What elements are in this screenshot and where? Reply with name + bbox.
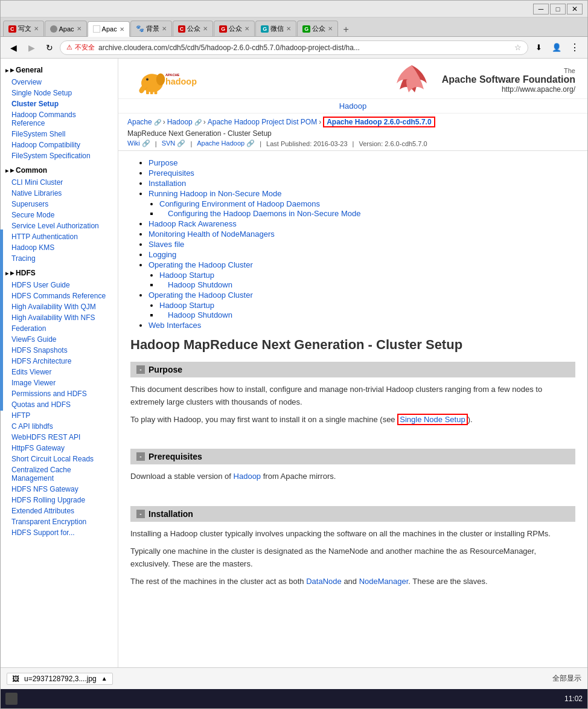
sidebar-item-hftp[interactable]: HFTP [1, 410, 118, 421]
hadoop-nav-link[interactable]: Hadoop [339, 101, 367, 111]
sidebar-item-nfs-gateway[interactable]: HDFS NFS Gateway [1, 484, 118, 495]
sidebar-item-overview[interactable]: Overview [1, 77, 118, 88]
hadoop-download-link[interactable]: Hadoop [234, 472, 261, 481]
purpose-toggle[interactable]: - [136, 365, 145, 374]
breadcrumb-svn[interactable]: SVN 🔗 [162, 140, 186, 147]
taskbar-start[interactable] [5, 693, 18, 705]
sidebar-item-hadoop-kms[interactable]: Hadoop KMS [1, 242, 118, 253]
close-button[interactable]: ✕ [567, 4, 583, 14]
tab-4-close[interactable]: ✕ [162, 25, 167, 32]
tab-2[interactable]: Apac ✕ [45, 21, 87, 36]
sidebar-item-hadoop-compat[interactable]: Hadoop Compatibility [1, 140, 118, 150]
back-button[interactable]: ◀ [5, 40, 21, 56]
sidebar-item-filesystem-spec[interactable]: FileSystem Specification [1, 150, 118, 161]
breadcrumb-wiki[interactable]: Wiki 🔗 [127, 140, 150, 147]
toc-web-interfaces[interactable]: Web Interfaces [149, 321, 201, 330]
tab-5-close[interactable]: ✕ [203, 25, 208, 32]
show-all-button[interactable]: 全部显示 [552, 673, 581, 684]
sidebar-item-httpfs[interactable]: HttpFS Gateway [1, 443, 118, 454]
installation-toggle[interactable]: - [136, 510, 145, 518]
sidebar-item-federation[interactable]: Federation [1, 323, 118, 334]
sidebar-item-http-auth[interactable]: HTTP Authentication [1, 231, 118, 242]
sidebar-item-superusers[interactable]: Superusers [1, 199, 118, 210]
new-tab-button[interactable]: + [339, 23, 353, 36]
download-item[interactable]: 🖼 u=2937128792,3....jpg ▲ [7, 673, 113, 685]
maximize-button[interactable]: □ [550, 4, 566, 14]
sidebar-item-transparent-enc[interactable]: Transparent Encryption [1, 516, 118, 527]
sidebar-item-hdfs-arch[interactable]: HDFS Architecture [1, 356, 118, 367]
toc-slaves[interactable]: Slaves file [149, 240, 184, 249]
tab-8-close[interactable]: ✕ [328, 25, 333, 32]
tab-3[interactable]: Apac ✕ [88, 21, 130, 37]
toc-shutdown-2[interactable]: Hadoop Shutdown [168, 310, 232, 319]
tab-5[interactable]: C 公众 ✕ [173, 21, 214, 36]
toc-shutdown-1[interactable]: Hadoop Shutdown [168, 280, 232, 289]
reload-button[interactable]: ↻ [42, 40, 57, 56]
tab-2-close[interactable]: ✕ [77, 25, 81, 32]
breadcrumb-apache-hadoop[interactable]: Apache Hadoop 🔗 [197, 140, 255, 147]
tab-4[interactable]: 🐾 背景 ✕ [130, 21, 172, 36]
sidebar-item-secure-mode[interactable]: Secure Mode [1, 210, 118, 220]
breadcrumb-apache[interactable]: Apache [127, 118, 152, 126]
breadcrumb-hadoop[interactable]: Hadoop [167, 118, 193, 126]
toc-operating-2[interactable]: Operating the Hadoop Cluster [149, 290, 253, 300]
toc-startup-1[interactable]: Hadoop Startup [159, 271, 214, 280]
tab-1[interactable]: C 写文 ✕ [3, 21, 44, 36]
minimize-button[interactable]: ─ [533, 4, 549, 14]
sidebar-item-image-viewer[interactable]: Image Viewer [1, 377, 118, 388]
prerequisites-toggle[interactable]: - [136, 452, 145, 461]
tab-1-close[interactable]: ✕ [34, 25, 39, 32]
toc-prerequisites[interactable]: Prerequisites [149, 168, 194, 178]
tab-7-close[interactable]: ✕ [286, 25, 291, 32]
tab-6-close[interactable]: ✕ [244, 25, 249, 32]
sidebar-item-service-level[interactable]: Service Level Authorization [1, 220, 118, 231]
sidebar-item-rolling-upgrade[interactable]: HDFS Rolling Upgrade [1, 495, 118, 505]
sidebar-item-c-api[interactable]: C API libhdfs [1, 421, 118, 432]
sidebar-item-hdfs-snapshots[interactable]: HDFS Snapshots [1, 345, 118, 356]
toc-config-env[interactable]: Configuring Environment of Hadoop Daemon… [159, 199, 320, 208]
sidebar-item-tracing[interactable]: Tracing [1, 253, 118, 264]
toc-logging[interactable]: Logging [149, 250, 176, 259]
toc-monitoring[interactable]: Monitoring Health of NodeManagers [149, 229, 275, 239]
sidebar-item-edits-viewer[interactable]: Edits Viewer [1, 367, 118, 377]
tab-6[interactable]: G 公众 ✕ [214, 21, 255, 36]
sidebar-item-quotas[interactable]: Quotas and HDFS [1, 399, 118, 410]
toc-purpose[interactable]: Purpose [149, 158, 177, 167]
sidebar-item-ha-qjm[interactable]: High Availability With QJM [1, 301, 118, 312]
common-heading[interactable]: ▸ Common [1, 164, 118, 177]
sidebar-item-hadoop-commands[interactable]: Hadoop Commands Reference [1, 109, 118, 129]
sidebar-item-cli-mini[interactable]: CLI Mini Cluster [1, 177, 118, 188]
profile-button[interactable]: 👤 [549, 40, 564, 56]
downloads-button[interactable]: ⬇ [531, 40, 546, 56]
toc-config-daemons[interactable]: Configuring the Hadoop Daemons in Non-Se… [168, 209, 360, 218]
menu-button[interactable]: ⋮ [567, 40, 583, 56]
toc-installation[interactable]: Installation [149, 179, 186, 188]
sidebar-item-short-circuit[interactable]: Short Circuit Local Reads [1, 454, 118, 464]
sidebar-item-extended-attrs[interactable]: Extended Attributes [1, 505, 118, 516]
hdfs-heading[interactable]: ▸ HDFS [1, 266, 118, 280]
sidebar-item-viewfs[interactable]: ViewFs Guide [1, 334, 118, 345]
tab-3-close[interactable]: ✕ [120, 26, 124, 33]
sidebar-item-hdfs-support[interactable]: HDFS Support for... [1, 527, 118, 538]
sidebar-item-single-node[interactable]: Single Node Setup [1, 88, 118, 98]
toc-running-hadoop[interactable]: Running Hadoop in Non-Secure Mode [149, 189, 281, 198]
sidebar-item-native-libs[interactable]: Native Libraries [1, 188, 118, 199]
toc-operating-1[interactable]: Operating the Hadoop Cluster [149, 260, 253, 269]
general-heading[interactable]: ▸ General [1, 63, 118, 77]
sidebar-item-permissions[interactable]: Permissions and HDFS [1, 388, 118, 399]
forward-button[interactable]: ▶ [24, 40, 39, 56]
toc-rack[interactable]: Hadoop Rack Awareness [149, 219, 237, 228]
sidebar-item-centralized-cache[interactable]: Centralized Cache Management [1, 464, 118, 484]
bookmark-icon[interactable]: ☆ [514, 43, 522, 52]
sidebar-item-ha-nfs[interactable]: High Availability With NFS [1, 312, 118, 323]
tab-7[interactable]: G 微信 ✕ [255, 21, 296, 36]
sidebar-item-webhdfs[interactable]: WebHDFS REST API [1, 432, 118, 443]
sidebar-item-filesystem-shell[interactable]: FileSystem Shell [1, 129, 118, 140]
breadcrumb-project-dist[interactable]: Apache Hadoop Project Dist POM [208, 118, 317, 126]
toc-startup-2[interactable]: Hadoop Startup [159, 301, 214, 310]
sidebar-item-hdfs-user-guide[interactable]: HDFS User Guide [1, 280, 118, 290]
sidebar-item-cluster-setup[interactable]: Cluster Setup [1, 98, 118, 109]
single-node-setup-link[interactable]: Single Node Setup [397, 414, 467, 425]
sidebar-item-hdfs-commands[interactable]: HDFS Commands Reference [1, 290, 118, 301]
tab-8[interactable]: G 公众 ✕ [297, 21, 338, 36]
